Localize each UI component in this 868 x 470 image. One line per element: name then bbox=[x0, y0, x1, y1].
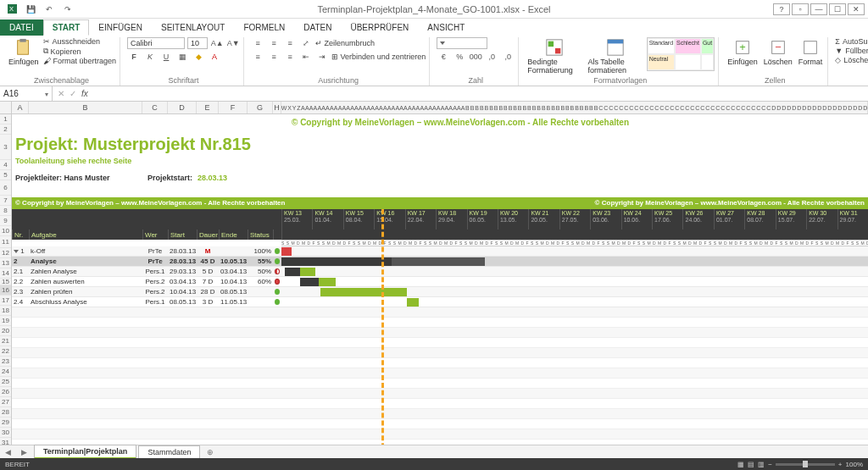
task-header-row: Nr. Aufgabe Wer Start Dauer Ende Status bbox=[12, 229, 868, 240]
save-icon[interactable]: 💾 bbox=[24, 3, 37, 15]
tab-formeln[interactable]: FORMELN bbox=[234, 19, 294, 36]
align-right-icon[interactable]: ≡ bbox=[283, 51, 297, 63]
name-box[interactable]: A16 bbox=[0, 86, 53, 101]
tab-einfuegen[interactable]: EINFÜGEN bbox=[89, 19, 152, 36]
task-row[interactable]: 2AnalysePrTe28.03.1345 D10.05.1355% bbox=[12, 257, 868, 267]
view-layout-icon[interactable]: ▤ bbox=[748, 461, 754, 468]
accept-formula-icon[interactable]: ✓ bbox=[70, 89, 76, 98]
increase-font-icon[interactable]: A▲ bbox=[210, 37, 224, 49]
increase-decimal-icon[interactable]: ,0 bbox=[485, 51, 498, 63]
project-leader: Projektleiter: Hans Muster bbox=[15, 174, 110, 182]
align-top-icon[interactable]: ≡ bbox=[251, 37, 264, 49]
insert-cells-button[interactable]: +Einfügen bbox=[726, 37, 760, 67]
indent-right-icon[interactable]: ⇥ bbox=[315, 51, 329, 63]
align-bottom-icon[interactable]: ≡ bbox=[283, 37, 297, 49]
add-sheet-icon[interactable]: ⊕ bbox=[200, 448, 220, 456]
minimize-icon[interactable]: — bbox=[810, 3, 827, 15]
format-as-table-button[interactable]: Als Tabelle formatieren bbox=[586, 37, 643, 75]
redo-icon[interactable]: ↷ bbox=[61, 3, 75, 15]
thousands-icon[interactable]: 000 bbox=[469, 51, 482, 63]
undo-icon[interactable]: ↶ bbox=[42, 3, 56, 15]
font-name-select[interactable]: Calibri bbox=[127, 37, 185, 49]
column-headers[interactable]: A B C D E F G H I J K L M N O P Q R S T … bbox=[0, 102, 868, 114]
zoom-out-icon[interactable]: − bbox=[768, 461, 772, 468]
tab-daten[interactable]: DATEN bbox=[294, 19, 341, 36]
zoom-value[interactable]: 100% bbox=[846, 461, 863, 468]
font-size-select[interactable]: 10 bbox=[187, 37, 208, 49]
tab-start[interactable]: START bbox=[43, 19, 90, 36]
quick-access-toolbar: X 💾 ↶ ↷ bbox=[0, 3, 80, 15]
close-icon[interactable]: ✕ bbox=[848, 3, 865, 15]
task-row[interactable]: 2.1Zahlen AnalysePers.129.03.135 D03.04.… bbox=[12, 267, 868, 277]
task-row[interactable]: 2.2Zahlen auswertenPers.203.04.137 D10.0… bbox=[12, 277, 868, 287]
group-editing: Σ AutoSumme ▼ Füllbereich ◇ Löschen Sort… bbox=[832, 37, 868, 86]
sheet-nav-prev-icon[interactable]: ◀ bbox=[0, 448, 16, 456]
group-alignment: ≡ ≡ ≡ ⤢ ↵ Zeilenumbruch ≡ ≡ ≡ ⇤ ⇥ ⊞ Verb… bbox=[248, 37, 430, 86]
task-row[interactable]: 2.4Abschluss AnalysePers.108.05.133 D11.… bbox=[12, 297, 868, 307]
ribbon-collapse-icon[interactable]: ▫ bbox=[792, 3, 809, 15]
wrap-text-button[interactable]: ↵ Zeilenumbruch bbox=[315, 39, 375, 47]
decrease-font-icon[interactable]: A▼ bbox=[226, 37, 240, 49]
merge-button[interactable]: ⊞ Verbinden und zentrieren bbox=[331, 53, 426, 61]
svg-text:−: − bbox=[775, 41, 782, 53]
sheet-nav-next-icon[interactable]: ▶ bbox=[16, 448, 32, 456]
day-letters-row: S S M D M D F S S M D M D F S S M D M D … bbox=[281, 240, 868, 246]
calendar-week-row: KW 1325.03.KW 1401.04.KW 1508.04.KW 1615… bbox=[12, 209, 868, 229]
clear-button[interactable]: ◇ Löschen bbox=[835, 56, 868, 64]
conditional-formatting-button[interactable]: Bedingte Formatierung bbox=[526, 37, 583, 75]
orientation-icon[interactable]: ⤢ bbox=[299, 37, 313, 49]
view-pagebreak-icon[interactable]: ▥ bbox=[758, 461, 765, 468]
empty-grid-rows[interactable] bbox=[12, 307, 868, 463]
underline-button[interactable]: U bbox=[159, 51, 173, 63]
fill-color-button[interactable]: ◆ bbox=[192, 51, 205, 63]
delete-cells-button[interactable]: −Löschen bbox=[762, 37, 794, 67]
tab-ansicht[interactable]: ANSICHT bbox=[418, 19, 474, 36]
task-row[interactable]: 1k-OffPrTe28.03.13M100% bbox=[12, 246, 868, 257]
help-icon[interactable]: ? bbox=[773, 3, 790, 15]
task-row[interactable]: 2.3Zahlen prüfenPers.210.04.1328 D08.05.… bbox=[12, 287, 868, 297]
group-cells: +Einfügen −Löschen Format Zellen bbox=[722, 37, 828, 86]
indent-left-icon[interactable]: ⇤ bbox=[299, 51, 313, 63]
title-bar: X 💾 ↶ ↷ Terminplan-Projektplan_4-Monate_… bbox=[0, 0, 868, 19]
zoom-in-icon[interactable]: + bbox=[838, 461, 843, 468]
autosum-button[interactable]: Σ AutoSumme bbox=[835, 37, 868, 46]
copyright-text: © Copyright by MeineVorlagen – www.Meine… bbox=[292, 118, 629, 127]
tool-note: Toolanleitung siehe rechte Seite bbox=[15, 157, 131, 165]
align-center-icon[interactable]: ≡ bbox=[267, 51, 281, 63]
sheet-tab-stammdaten[interactable]: Stammdaten bbox=[138, 445, 200, 458]
bold-button[interactable]: F bbox=[127, 51, 141, 63]
font-color-button[interactable]: A bbox=[208, 51, 221, 63]
svg-text:X: X bbox=[9, 5, 14, 13]
view-normal-icon[interactable]: ▦ bbox=[737, 461, 744, 468]
currency-icon[interactable]: € bbox=[437, 51, 450, 63]
project-start-label: Projektstart: bbox=[147, 174, 192, 182]
paste-button[interactable]: Einfügen bbox=[7, 37, 41, 67]
fx-icon[interactable]: fx bbox=[81, 89, 88, 98]
copy-button[interactable]: ⧉ Kopieren bbox=[43, 47, 117, 56]
italic-button[interactable]: K bbox=[143, 51, 157, 63]
decrease-decimal-icon[interactable]: ,0 bbox=[501, 51, 515, 63]
border-button[interactable]: ▦ bbox=[175, 51, 189, 63]
fill-button[interactable]: ▼ Füllbereich bbox=[835, 47, 868, 55]
worksheet[interactable]: 1234567891011121314151617181920212223242… bbox=[0, 114, 868, 463]
zoom-slider[interactable] bbox=[776, 463, 835, 466]
tab-datei[interactable]: DATEI bbox=[0, 19, 43, 36]
percent-icon[interactable]: % bbox=[453, 51, 466, 63]
maximize-icon[interactable]: ☐ bbox=[829, 3, 846, 15]
sheet-tabs: ◀ ▶ Terminplan|Projektplan Stammdaten ⊕ bbox=[0, 445, 868, 458]
cancel-formula-icon[interactable]: ✕ bbox=[58, 89, 64, 98]
group-font: Calibri 10 A▲ A▼ F K U ▦ ◆ A Schriftart bbox=[124, 37, 244, 86]
format-painter-button[interactable]: 🖌 Format übertragen bbox=[43, 57, 117, 65]
cut-button[interactable]: ✂ Ausschneiden bbox=[43, 37, 117, 46]
number-format-select[interactable] bbox=[437, 37, 487, 49]
status-text: BEREIT bbox=[5, 461, 30, 468]
align-left-icon[interactable]: ≡ bbox=[251, 51, 264, 63]
sheet-tab-terminplan[interactable]: Terminplan|Projektplan bbox=[34, 445, 136, 459]
cell-styles-gallery[interactable]: StandardSchlechtGut Neutral bbox=[647, 37, 715, 71]
tab-seitenlayout[interactable]: SEITENLAYOUT bbox=[152, 19, 234, 36]
row-headers[interactable]: 1234567891011121314151617181920212223242… bbox=[0, 114, 12, 463]
format-cells-button[interactable]: Format bbox=[797, 37, 825, 67]
project-title: Projekt: Musterprojekt Nr.815 bbox=[15, 135, 251, 154]
align-middle-icon[interactable]: ≡ bbox=[267, 37, 281, 49]
tab-ueberpruefen[interactable]: ÜBERPRÜFEN bbox=[341, 19, 418, 36]
